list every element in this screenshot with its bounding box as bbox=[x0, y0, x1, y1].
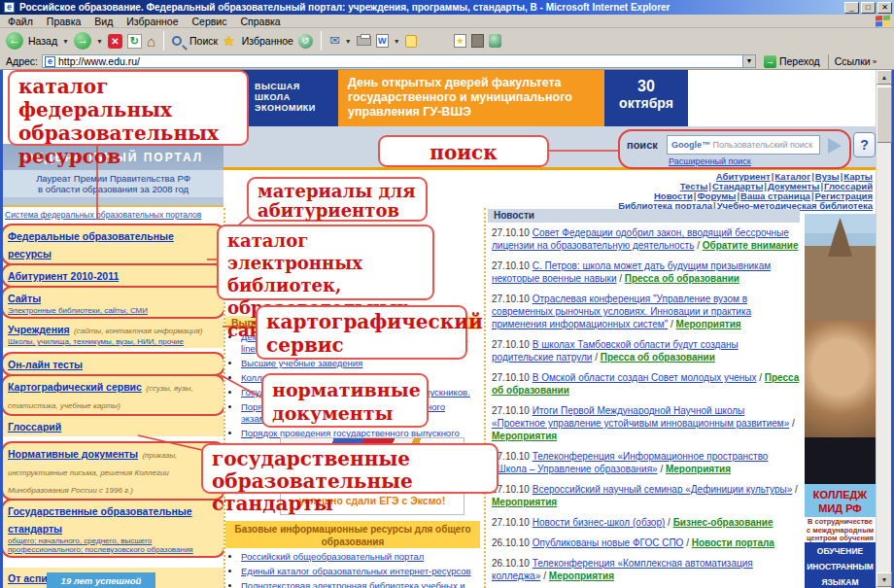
sidebar-item-label[interactable]: Государственные образовательные стандарт… bbox=[8, 505, 192, 535]
sidebar-item-note: (сайты, контактная информация) bbox=[74, 327, 202, 335]
forward-icon[interactable]: → bbox=[74, 32, 91, 50]
close-button[interactable]: ✕ bbox=[877, 2, 892, 14]
news-category-link[interactable]: Мероприятия bbox=[492, 431, 557, 441]
vertical-scrollbar[interactable]: ▲ ▼ bbox=[876, 70, 891, 588]
base-resource-link[interactable]: Единый каталог образовательных интернет-… bbox=[241, 566, 471, 576]
news-category-link[interactable]: Мероприятия bbox=[676, 319, 741, 329]
sidebar-item[interactable]: Он-лайн тесты bbox=[3, 354, 224, 374]
scroll-down-icon[interactable]: ▼ bbox=[877, 572, 892, 587]
news-category-link[interactable]: Мероприятия bbox=[666, 464, 731, 474]
sidebar-item-label[interactable]: Он-лайн тесты bbox=[8, 359, 83, 370]
news-category-link[interactable]: Мероприятия bbox=[549, 571, 614, 581]
news-category-link[interactable]: Обратите внимание bbox=[703, 240, 799, 251]
site-search-input[interactable]: Google™ Пользовательский поиск bbox=[667, 135, 820, 155]
history-icon[interactable]: ↺ bbox=[298, 34, 313, 49]
sidebar-item[interactable]: Картографический сервис (ссузы, вузы, ст… bbox=[3, 376, 224, 414]
search-button-label[interactable]: Поиск bbox=[189, 35, 218, 47]
sidebar-item[interactable]: Государственные образовательные стандарт… bbox=[3, 501, 224, 556]
sidebar-item[interactable]: Абитуриент 2010-2011 bbox=[3, 265, 224, 286]
notes-icon[interactable] bbox=[405, 35, 417, 48]
sidebar-item-label[interactable]: Федеральные образовательные ресурсы bbox=[8, 230, 174, 259]
news-separator: / bbox=[697, 240, 700, 251]
edit-dropdown-icon[interactable]: ▼ bbox=[394, 38, 400, 45]
sidebar-item-label[interactable]: Учреждения bbox=[8, 324, 70, 335]
news-category-link[interactable]: Пресса об образовании bbox=[625, 273, 739, 284]
sidebar-item[interactable]: Глоссарий bbox=[3, 416, 224, 436]
address-dropdown-icon[interactable]: ▼ bbox=[742, 55, 755, 67]
sidebar-item[interactable]: Нормативные документы (приказы, инструкт… bbox=[3, 443, 224, 499]
favorites-add-icon[interactable]: ★ bbox=[454, 34, 466, 48]
news-title-link[interactable]: Всероссийский научный семинар «Дефиниции… bbox=[533, 484, 792, 495]
toolbar-separator bbox=[163, 31, 164, 51]
banner-date[interactable]: 30 октября bbox=[604, 70, 688, 126]
news-title-link[interactable]: В Омской области создан Совет молодых уч… bbox=[533, 372, 757, 383]
banner-date-month: октября bbox=[604, 95, 688, 111]
media-icon[interactable] bbox=[471, 34, 484, 48]
forward-dropdown-icon[interactable]: ▼ bbox=[96, 38, 103, 45]
sidebar-item-label[interactable]: Нормативные документы bbox=[8, 448, 138, 460]
home-icon[interactable]: ⌂ bbox=[147, 34, 155, 49]
search-go-arrow-icon[interactable] bbox=[828, 138, 842, 154]
news-date: 26.10.10 bbox=[492, 558, 530, 569]
sidebar-item[interactable]: Сайты Электронные библиотеки, сайты, СМИ bbox=[3, 288, 224, 317]
news-item: 27.10.10 Итоги Первой Международной Науч… bbox=[492, 404, 800, 442]
news-title-link[interactable]: Новости бизнес-школ (обзор) bbox=[533, 517, 666, 528]
menu-item[interactable]: Файл bbox=[8, 16, 33, 27]
edit-word-icon[interactable]: W bbox=[376, 34, 389, 48]
scroll-up-icon[interactable]: ▲ bbox=[877, 70, 892, 85]
title-bar: Российское образование. Федеральный обра… bbox=[0, 0, 894, 15]
address-input[interactable] bbox=[58, 55, 739, 67]
sidebar-item-label[interactable]: Картографический сервис bbox=[8, 381, 142, 393]
sidebar-item-sublinks[interactable]: Школы, училища, техникумы, вузы, НИИ, пр… bbox=[8, 337, 219, 346]
favorites-button-label[interactable]: Избранное bbox=[242, 35, 293, 47]
sidebar-item-sublinks[interactable]: общего; начального, среднего, высшего пр… bbox=[8, 536, 219, 554]
news-title-link[interactable]: Опубликованы новые ФГОС СПО bbox=[533, 537, 684, 548]
search-icon[interactable] bbox=[172, 36, 182, 46]
federal-portals-system-link[interactable]: Система федеральных образовательных порт… bbox=[3, 208, 224, 224]
annotation-normative: нормативные документы bbox=[261, 373, 429, 428]
menu-item[interactable]: Правка bbox=[47, 16, 81, 27]
messenger-icon[interactable] bbox=[489, 34, 501, 48]
base-resource-link[interactable]: Полнотекстовая электронная библиотека уч… bbox=[241, 580, 465, 588]
menu-item[interactable]: Сервис bbox=[192, 16, 227, 27]
favorites-star-icon[interactable]: ★ bbox=[223, 34, 235, 48]
news-separator: / bbox=[792, 418, 795, 429]
sidebar-item-label[interactable]: Абитуриент 2010-2011 bbox=[8, 270, 119, 282]
news-item: 27.10.10 В школах Тамбовской области буд… bbox=[492, 338, 800, 363]
news-category-link[interactable]: Пресса об образовании bbox=[601, 352, 715, 363]
sidebar-item[interactable]: Учреждения (сайты, контактная информация… bbox=[3, 319, 224, 348]
maximize-button[interactable]: □ bbox=[861, 2, 876, 14]
mail-icon[interactable]: ✉ bbox=[329, 34, 340, 48]
back-button-label[interactable]: Назад bbox=[28, 35, 57, 47]
sidebar-item[interactable]: Федеральные образовательные ресурсы bbox=[3, 225, 224, 263]
refresh-icon[interactable]: ↻ bbox=[127, 34, 142, 49]
menu-item[interactable]: Вид bbox=[94, 16, 113, 27]
links-label: Ссылки bbox=[835, 55, 871, 67]
back-icon[interactable]: ← bbox=[6, 32, 23, 50]
college-ad-banner[interactable]: КОЛЛЕДЖ МИД РФ В сотрудничестве с междун… bbox=[805, 214, 876, 588]
stop-icon[interactable]: ✕ bbox=[108, 34, 122, 49]
links-button[interactable]: Ссылки » bbox=[828, 54, 882, 69]
go-button[interactable]: → Переход bbox=[760, 54, 824, 69]
sidebar-item-label[interactable]: Сайты bbox=[8, 293, 41, 304]
menu-item[interactable]: Избранное bbox=[126, 16, 178, 27]
annotation-catalog-federal: каталог федеральных образовательных ресу… bbox=[8, 70, 249, 146]
open-day-banner[interactable]: День открытых дверей факультета государс… bbox=[338, 70, 604, 126]
news-category-link[interactable]: Новости портала bbox=[692, 537, 774, 548]
base-resource-link[interactable]: Российский общеобразовательный портал bbox=[241, 551, 424, 562]
menu-item[interactable]: Справка bbox=[240, 16, 280, 27]
sidebar-item-sublinks[interactable]: Электронные библиотеки, сайты, СМИ bbox=[8, 306, 219, 315]
advanced-search-link[interactable]: Расширенный поиск bbox=[669, 156, 751, 166]
news-category-link[interactable]: Бизнес-образование bbox=[673, 517, 774, 528]
minimize-button[interactable]: _ bbox=[844, 2, 859, 14]
print-icon[interactable] bbox=[357, 36, 371, 46]
news-title-link[interactable]: Телеконференция «Комплексная автоматизац… bbox=[492, 558, 753, 581]
scrollbar-thumb[interactable] bbox=[877, 86, 892, 143]
years-banner[interactable]: 19 лет успешной работы bbox=[47, 572, 155, 588]
back-dropdown-icon[interactable]: ▼ bbox=[62, 38, 69, 45]
sidebar-item-label[interactable]: Глоссарий bbox=[8, 421, 61, 432]
news-category-link[interactable]: Мероприятия bbox=[492, 497, 557, 507]
news-title-link[interactable]: Итоги Первой Международной Научной школы… bbox=[492, 405, 789, 429]
mail-dropdown-icon[interactable]: ▼ bbox=[345, 38, 352, 45]
help-button[interactable]: ? bbox=[853, 132, 876, 157]
